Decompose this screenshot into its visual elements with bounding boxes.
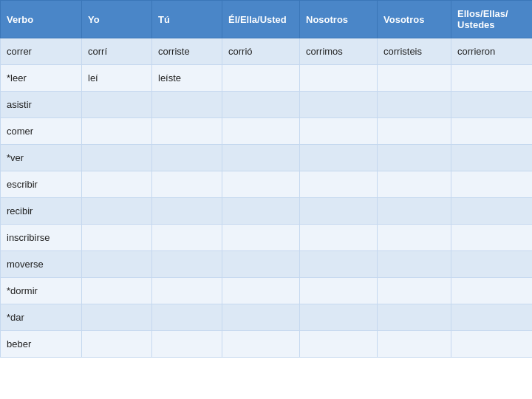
column-header-2: Tú: [152, 1, 222, 38]
table-row: comer: [1, 118, 533, 145]
table-cell-9-5: [378, 278, 451, 304]
table-cell-8-4: [300, 251, 378, 278]
table-cell-11-6: [451, 331, 533, 358]
table-cell-6-2: [152, 198, 222, 225]
conjugation-table: VerboYoTúÉl/Ella/UstedNosotrosVosotrosEl…: [0, 0, 532, 358]
table-cell-11-0: beber: [1, 331, 82, 358]
table-cell-6-1: [82, 198, 152, 225]
table-row: asistir: [1, 92, 533, 118]
table-row: *dar: [1, 304, 533, 331]
table-cell-11-2: [152, 331, 222, 358]
table-cell-5-0: escribir: [1, 171, 82, 198]
table-cell-2-2: [152, 92, 222, 118]
table-cell-10-4: [300, 304, 378, 331]
table-cell-2-5: [378, 92, 451, 118]
table-cell-1-5: [378, 65, 451, 92]
table-cell-1-6: [451, 65, 533, 92]
table-cell-4-2: [152, 145, 222, 171]
table-row: *leerleíleíste: [1, 65, 533, 92]
column-header-0: Verbo: [1, 1, 82, 38]
table-cell-3-0: comer: [1, 118, 82, 145]
table-cell-7-2: [152, 225, 222, 251]
table-cell-4-4: [300, 145, 378, 171]
table-cell-7-4: [300, 225, 378, 251]
table-cell-9-4: [300, 278, 378, 304]
table-row: *ver: [1, 145, 533, 171]
table-cell-0-2: corriste: [152, 38, 222, 65]
table-cell-3-6: [451, 118, 533, 145]
table-cell-4-5: [378, 145, 451, 171]
table-cell-10-2: [152, 304, 222, 331]
table-cell-10-1: [82, 304, 152, 331]
table-cell-7-0: inscribirse: [1, 225, 82, 251]
table-cell-5-2: [152, 171, 222, 198]
table-row: recibir: [1, 198, 533, 225]
table-cell-8-6: [451, 251, 533, 278]
table-cell-11-4: [300, 331, 378, 358]
table-cell-6-5: [378, 198, 451, 225]
column-header-1: Yo: [82, 1, 152, 38]
table-cell-6-3: [222, 198, 300, 225]
table-cell-1-2: leíste: [152, 65, 222, 92]
table-cell-6-6: [451, 198, 533, 225]
table-cell-10-5: [378, 304, 451, 331]
table-cell-2-4: [300, 92, 378, 118]
table-cell-9-3: [222, 278, 300, 304]
table-cell-0-6: corrieron: [451, 38, 533, 65]
table-cell-8-2: [152, 251, 222, 278]
table-row: inscribirse: [1, 225, 533, 251]
table-cell-1-1: leí: [82, 65, 152, 92]
table-cell-3-2: [152, 118, 222, 145]
table-cell-1-0: *leer: [1, 65, 82, 92]
table-cell-7-5: [378, 225, 451, 251]
table-cell-10-0: *dar: [1, 304, 82, 331]
column-header-6: Ellos/Ellas/Ustedes: [451, 1, 533, 38]
table-row: moverse: [1, 251, 533, 278]
column-header-4: Nosotros: [300, 1, 378, 38]
table-cell-3-5: [378, 118, 451, 145]
table-cell-9-2: [152, 278, 222, 304]
table-cell-5-6: [451, 171, 533, 198]
table-cell-6-0: recibir: [1, 198, 82, 225]
table-cell-8-1: [82, 251, 152, 278]
table-row: escribir: [1, 171, 533, 198]
column-header-3: Él/Ella/Usted: [222, 1, 300, 38]
table-cell-9-0: *dormir: [1, 278, 82, 304]
table-cell-0-0: correr: [1, 38, 82, 65]
table-cell-0-5: corristeis: [378, 38, 451, 65]
table-cell-2-1: [82, 92, 152, 118]
table-cell-10-3: [222, 304, 300, 331]
table-cell-8-0: moverse: [1, 251, 82, 278]
table-cell-11-1: [82, 331, 152, 358]
table-cell-4-6: [451, 145, 533, 171]
table-cell-2-0: asistir: [1, 92, 82, 118]
table-cell-8-5: [378, 251, 451, 278]
table-cell-5-3: [222, 171, 300, 198]
table-cell-7-6: [451, 225, 533, 251]
table-cell-6-4: [300, 198, 378, 225]
table-cell-8-3: [222, 251, 300, 278]
table-header-row: VerboYoTúÉl/Ella/UstedNosotrosVosotrosEl…: [1, 1, 533, 38]
table-row: *dormir: [1, 278, 533, 304]
table-cell-5-5: [378, 171, 451, 198]
table-cell-4-1: [82, 145, 152, 171]
table-row: corrercorrícorristecorriócorrimoscorrist…: [1, 38, 533, 65]
table-row: beber: [1, 331, 533, 358]
table-cell-3-3: [222, 118, 300, 145]
table-cell-4-0: *ver: [1, 145, 82, 171]
table-cell-3-4: [300, 118, 378, 145]
table-cell-5-4: [300, 171, 378, 198]
table-cell-1-4: [300, 65, 378, 92]
table-cell-10-6: [451, 304, 533, 331]
table-cell-9-1: [82, 278, 152, 304]
table-cell-5-1: [82, 171, 152, 198]
table-cell-4-3: [222, 145, 300, 171]
table-cell-11-3: [222, 331, 300, 358]
table-cell-11-5: [378, 331, 451, 358]
table-body: corrercorrícorristecorriócorrimoscorrist…: [1, 38, 533, 358]
table-cell-2-3: [222, 92, 300, 118]
table-cell-7-3: [222, 225, 300, 251]
table-cell-0-1: corrí: [82, 38, 152, 65]
table-cell-3-1: [82, 118, 152, 145]
table-cell-1-3: [222, 65, 300, 92]
